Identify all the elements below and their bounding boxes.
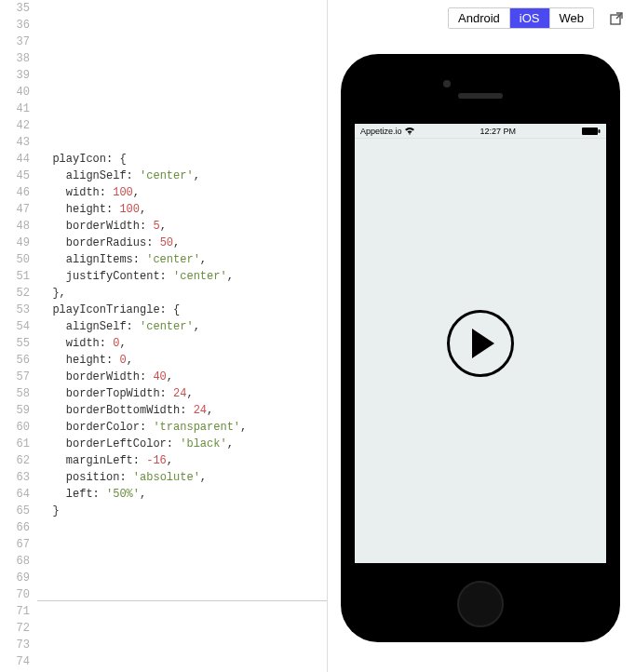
code-area[interactable]: playIcon: { alignSelf: 'center', width: … xyxy=(37,0,327,672)
line-number: 52 xyxy=(0,285,30,302)
line-number: 74 xyxy=(0,653,30,670)
line-number: 43 xyxy=(0,134,30,151)
line-number: 56 xyxy=(0,352,30,369)
platform-tab-android[interactable]: Android xyxy=(449,8,510,28)
line-number: 48 xyxy=(0,218,30,235)
line-number: 49 xyxy=(0,235,30,251)
line-number: 69 xyxy=(0,570,30,586)
platform-tab-ios[interactable]: iOS xyxy=(510,8,550,28)
line-number: 36 xyxy=(0,17,30,34)
code-line[interactable] xyxy=(39,67,327,84)
line-number: 41 xyxy=(0,101,30,117)
code-line[interactable] xyxy=(39,570,327,586)
code-line[interactable]: borderWidth: 40, xyxy=(39,369,327,385)
code-line[interactable]: }, xyxy=(39,285,327,302)
svg-rect-1 xyxy=(582,128,598,135)
phone-earpiece xyxy=(458,93,503,99)
code-line[interactable] xyxy=(39,34,327,50)
code-line[interactable]: borderBottomWidth: 24, xyxy=(39,402,327,419)
code-line[interactable]: playIcon: { xyxy=(39,151,327,168)
code-line[interactable]: } xyxy=(39,503,327,519)
line-number: 39 xyxy=(0,67,30,84)
line-number: 73 xyxy=(0,637,30,653)
code-line[interactable] xyxy=(39,17,327,34)
line-gutter: 3536373839404142434445464748495051525354… xyxy=(0,0,37,672)
code-line[interactable] xyxy=(39,653,327,670)
line-number: 42 xyxy=(0,117,30,134)
code-line[interactable]: height: 0, xyxy=(39,352,327,369)
line-number: 55 xyxy=(0,335,30,352)
code-line[interactable]: marginLeft: -16, xyxy=(39,452,327,469)
code-line[interactable] xyxy=(39,620,327,637)
line-number: 47 xyxy=(0,201,30,218)
code-line[interactable]: borderTopWidth: 24, xyxy=(39,385,327,402)
status-time: 12:27 PM xyxy=(480,127,517,136)
code-line[interactable] xyxy=(39,117,327,134)
line-number: 50 xyxy=(0,251,30,268)
platform-tabs: AndroidiOSWeb xyxy=(448,7,594,29)
code-line[interactable] xyxy=(39,519,327,536)
code-line[interactable]: borderRadius: 50, xyxy=(39,235,327,251)
carrier-label: Appetize.io xyxy=(360,127,402,136)
code-line[interactable]: left: '50%', xyxy=(39,486,327,503)
line-number: 38 xyxy=(0,50,30,67)
code-line[interactable]: alignItems: 'center', xyxy=(39,251,327,268)
code-line[interactable]: borderWidth: 5, xyxy=(39,218,327,235)
code-line[interactable]: alignSelf: 'center', xyxy=(39,168,327,184)
code-line[interactable] xyxy=(39,84,327,101)
line-number: 46 xyxy=(0,184,30,201)
line-number: 51 xyxy=(0,268,30,285)
line-number: 53 xyxy=(0,302,30,318)
status-right xyxy=(582,128,601,135)
line-number: 58 xyxy=(0,385,30,402)
code-line[interactable]: width: 100, xyxy=(39,184,327,201)
code-line[interactable]: height: 100, xyxy=(39,201,327,218)
line-number: 45 xyxy=(0,168,30,184)
code-line[interactable] xyxy=(39,536,327,553)
line-number: 57 xyxy=(0,369,30,385)
phone-frame: Appetize.io 12:27 PM xyxy=(341,54,620,642)
line-number: 67 xyxy=(0,536,30,553)
line-number: 68 xyxy=(0,553,30,570)
line-number: 65 xyxy=(0,503,30,519)
line-number: 71 xyxy=(0,603,30,620)
code-line[interactable]: playIconTriangle: { xyxy=(39,302,327,318)
line-number: 35 xyxy=(0,0,30,17)
line-number: 54 xyxy=(0,318,30,335)
popout-icon[interactable] xyxy=(607,9,626,28)
play-triangle-icon xyxy=(472,329,494,358)
line-number: 59 xyxy=(0,402,30,419)
preview-pane: AndroidiOSWeb Appetize.io 12:27 PM xyxy=(328,0,635,672)
code-line[interactable] xyxy=(39,637,327,653)
code-line[interactable]: borderLeftColor: 'black', xyxy=(39,436,327,452)
phone-screen[interactable]: Appetize.io 12:27 PM xyxy=(355,124,606,563)
code-line[interactable]: alignSelf: 'center', xyxy=(39,318,327,335)
line-number: 70 xyxy=(0,586,30,603)
line-number: 37 xyxy=(0,34,30,50)
code-line[interactable] xyxy=(39,553,327,570)
line-number: 62 xyxy=(0,452,30,469)
platform-tab-web[interactable]: Web xyxy=(550,8,594,28)
editor-divider xyxy=(37,600,327,601)
svg-rect-2 xyxy=(599,129,601,133)
line-number: 64 xyxy=(0,486,30,503)
code-editor-pane: 3536373839404142434445464748495051525354… xyxy=(0,0,328,672)
code-line[interactable] xyxy=(39,0,327,17)
play-icon[interactable] xyxy=(447,310,514,377)
battery-icon xyxy=(582,128,601,135)
platform-bar: AndroidiOSWeb xyxy=(337,7,626,29)
code-line[interactable]: width: 0, xyxy=(39,335,327,352)
phone-camera-dot xyxy=(443,80,451,87)
code-line[interactable]: borderColor: 'transparent', xyxy=(39,419,327,436)
code-line[interactable] xyxy=(39,603,327,620)
code-line[interactable] xyxy=(39,101,327,117)
status-bar: Appetize.io 12:27 PM xyxy=(355,124,606,139)
line-number: 72 xyxy=(0,620,30,637)
code-line[interactable]: justifyContent: 'center', xyxy=(39,268,327,285)
line-number: 60 xyxy=(0,419,30,436)
code-line[interactable] xyxy=(39,134,327,151)
code-line[interactable] xyxy=(39,50,327,67)
phone-home-button[interactable] xyxy=(457,581,504,627)
code-line[interactable]: position: 'absolute', xyxy=(39,469,327,486)
line-number: 66 xyxy=(0,519,30,536)
